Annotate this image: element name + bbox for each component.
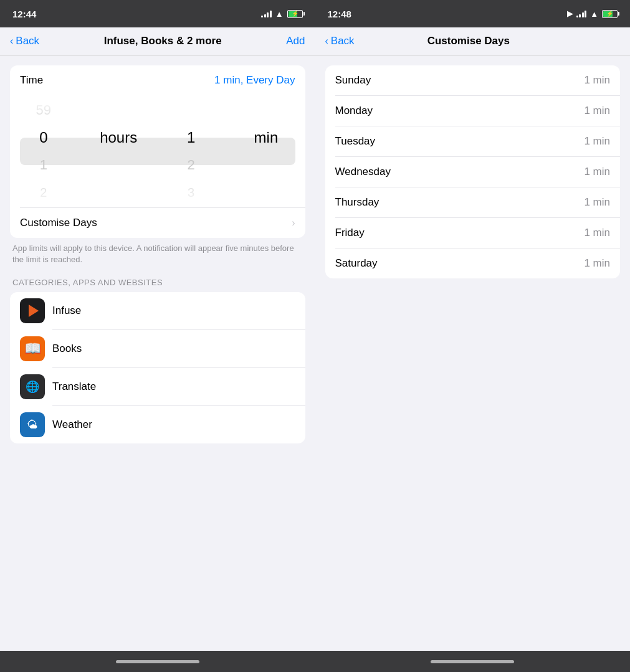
weather-app-icon: 🌤 [20, 412, 45, 437]
day-name: Friday [335, 227, 365, 239]
home-bar [116, 660, 199, 663]
picker-item: 4 [188, 206, 194, 207]
time-picker[interactable]: 58 59 0 1 2 3 hours [10, 95, 305, 207]
infuse-app-icon [20, 298, 45, 323]
play-icon [29, 305, 39, 317]
list-item[interactable]: Tuesday 1 min [325, 126, 621, 156]
app-name: Infuse [52, 305, 81, 317]
picker-label-below2 [264, 179, 266, 206]
list-item[interactable]: 🌤 Weather [10, 406, 305, 443]
app-name: Translate [52, 381, 96, 393]
picker-label-below2 [116, 179, 118, 206]
picker-item-selected: 0 [39, 124, 47, 151]
picker-item: 3 [41, 206, 47, 207]
right-nav-bar: ‹ Back Customise Days [315, 27, 631, 55]
books-app-icon: 📖 [20, 336, 45, 361]
right-time: 12:48 [328, 9, 351, 19]
time-value[interactable]: 1 min, Every Day [214, 74, 295, 87]
picker-label-below3 [116, 206, 118, 207]
home-bar [431, 660, 514, 663]
chevron-left-icon: ‹ [325, 35, 328, 47]
min-label-col: min [224, 95, 305, 207]
right-status-bar: 12:48 ▶ ▲ ⚡ [315, 0, 631, 27]
list-item[interactable]: Friday 1 min [325, 218, 621, 248]
list-item[interactable]: Monday 1 min [325, 96, 621, 126]
time-card: Time 1 min, Every Day 58 59 0 1 2 3 [10, 65, 305, 238]
day-value: 1 min [584, 166, 610, 178]
day-value: 1 min [584, 74, 610, 87]
chevron-right-icon: › [292, 217, 295, 229]
wifi-icon: ▲ [275, 9, 284, 19]
left-status-icons: ▲ ⚡ [261, 9, 302, 19]
back-label[interactable]: Back [16, 35, 39, 47]
home-indicator [0, 651, 315, 672]
day-name: Sunday [335, 74, 371, 87]
books-icon: 📖 [24, 341, 41, 357]
right-phone-panel: 12:48 ▶ ▲ ⚡ ‹ Back Customise Days [315, 0, 631, 672]
hours-number-col[interactable]: 58 59 0 1 2 3 [10, 95, 77, 207]
list-item[interactable]: Infuse [10, 292, 305, 329]
section-header: CATEGORIES, APPS AND WEBSITES [0, 265, 315, 292]
weather-icon: 🌤 [27, 419, 38, 432]
nav-title: Infuse, Books & 2 more [104, 35, 222, 47]
location-icon: ▶ [567, 9, 573, 18]
list-item[interactable]: 🌐 Translate [10, 368, 305, 405]
day-name: Thursday [335, 196, 379, 209]
picker-label-below3 [264, 206, 266, 207]
battery-icon: ⚡ [287, 10, 303, 18]
picker-hours-label: hours [97, 124, 137, 151]
list-item[interactable]: Sunday 1 min [325, 65, 621, 95]
day-value: 1 min [584, 196, 610, 209]
picker-columns: 58 59 0 1 2 3 hours [10, 95, 305, 207]
day-name: Tuesday [335, 135, 376, 148]
app-list: Infuse 📖 Books 🌐 Translate [10, 292, 305, 443]
right-page-content: Sunday 1 min Monday 1 min Tuesday 1 min … [315, 55, 631, 651]
app-name: Books [52, 343, 82, 355]
translate-icon: 🌐 [26, 380, 39, 394]
picker-item: 2 [40, 179, 47, 206]
time-label: Time [20, 74, 43, 87]
picker-min-label: min [252, 124, 279, 151]
battery-icon: ⚡ [602, 10, 618, 18]
signal-icon [261, 10, 272, 17]
list-item[interactable]: 📖 Books [10, 330, 305, 367]
right-status-icons: ▶ ▲ ⚡ [567, 9, 618, 19]
picker-item: 2 [187, 151, 194, 179]
picker-label-below [116, 151, 118, 179]
picker-label-above2 [264, 97, 266, 124]
day-value: 1 min [584, 105, 610, 117]
back-button[interactable]: ‹ Back [10, 35, 39, 47]
picker-label-above2 [116, 97, 118, 124]
app-name: Weather [52, 419, 92, 431]
home-indicator [315, 651, 631, 672]
left-phone-panel: 12:44 ▲ ⚡ ‹ Back Infuse, Books & 2 more … [0, 0, 315, 672]
wifi-icon: ▲ [590, 9, 598, 19]
days-list: Sunday 1 min Monday 1 min Tuesday 1 min … [325, 65, 621, 278]
left-status-bar: 12:44 ▲ ⚡ [0, 0, 315, 27]
mins-number-col[interactable]: 1 2 3 4 [158, 95, 225, 207]
left-nav-bar: ‹ Back Infuse, Books & 2 more Add [0, 27, 315, 55]
day-name: Monday [335, 105, 373, 117]
add-button[interactable]: Add [286, 35, 305, 47]
customise-days-row[interactable]: Customise Days › [10, 208, 305, 238]
day-name: Saturday [335, 257, 378, 270]
translate-app-icon: 🌐 [20, 374, 45, 399]
list-item[interactable]: Thursday 1 min [325, 187, 621, 217]
picker-item: 59 [36, 97, 51, 124]
day-name: Wednesday [335, 166, 391, 178]
back-button[interactable]: ‹ Back [325, 35, 355, 47]
back-label[interactable]: Back [331, 35, 355, 47]
list-item[interactable]: Saturday 1 min [325, 248, 621, 278]
picker-item-selected: 1 [187, 124, 195, 151]
picker-item: 3 [188, 179, 194, 206]
customise-days-label: Customise Days [20, 217, 97, 229]
notice-text: App limits will apply to this device. A … [0, 238, 315, 265]
nav-title: Customise Days [427, 35, 510, 47]
hours-label-col: hours [77, 95, 158, 207]
day-value: 1 min [584, 227, 610, 239]
signal-icon [576, 10, 587, 17]
list-item[interactable]: Wednesday 1 min [325, 157, 621, 187]
picker-item: 1 [40, 151, 47, 179]
time-row: Time 1 min, Every Day [10, 65, 305, 95]
left-page-content: Time 1 min, Every Day 58 59 0 1 2 3 [0, 55, 315, 651]
